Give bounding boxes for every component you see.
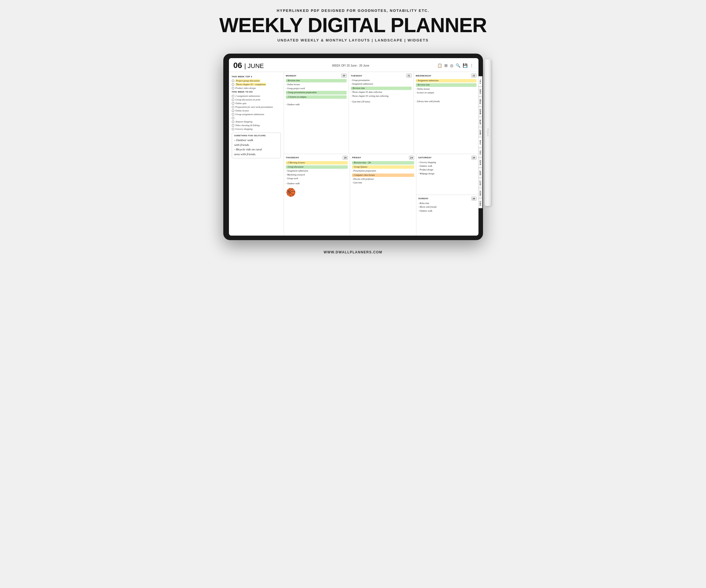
todo-item: Amazon shopping xyxy=(232,120,281,123)
wednesday-col: WEDNESDAY 22 - Assignment submission - R… xyxy=(414,72,478,154)
days-area: MONDAY 20 - Revision time - Online lectu… xyxy=(284,72,478,236)
tuesday-item: - Gym time (30 mins). xyxy=(351,100,411,103)
checkbox-circle[interactable] xyxy=(232,121,234,123)
friday-item: - Revision time - 2hr xyxy=(352,161,414,165)
sub-tagline: UNDATED WEEKLY & MONTHLY LAYOUTS | LANDS… xyxy=(277,38,429,42)
checkbox-circle[interactable] xyxy=(232,80,234,82)
checkbox-circle[interactable] xyxy=(232,110,234,112)
nav-tab-cal[interactable]: CAL xyxy=(478,76,482,86)
todo-item: Group assignment submission xyxy=(232,113,281,116)
monday-item: - Group presentation preparation xyxy=(286,91,347,94)
thursday-item: - Marketing research xyxy=(286,173,348,176)
thursday-col: THUSEDAY 25 - 2 Morning lectures - Group… xyxy=(284,154,350,236)
checkbox-circle[interactable] xyxy=(232,113,234,116)
thursday-item: - Outdoor walk xyxy=(286,182,348,185)
wednesday-item: - Assignment submission xyxy=(416,79,476,82)
tablet-screen: 06 | JUNE WEEK OF/ 20 June - 26 June 📋 ⊞… xyxy=(229,58,478,236)
checkbox-circle[interactable] xyxy=(232,102,234,105)
save-icon[interactable]: 💾 xyxy=(463,63,467,68)
nav-tab-may[interactable]: MAY xyxy=(478,127,482,137)
saturday-item: - Outdoor walk xyxy=(418,165,476,168)
nav-tab-dec[interactable]: DEC xyxy=(478,198,482,208)
search-icon[interactable]: 🔍 xyxy=(456,63,460,68)
apple-pencil xyxy=(485,59,491,206)
nav-tab-mar[interactable]: MAR xyxy=(478,107,482,117)
nav-tab-jun[interactable]: JUN xyxy=(478,137,482,147)
grid-icon[interactable]: ⊞ xyxy=(444,63,448,68)
sunday-header: SUNDAY 26 xyxy=(418,197,476,201)
thursday-item: - Group work xyxy=(286,177,348,180)
nav-tab-feb[interactable]: FEB xyxy=(478,96,482,107)
nav-tab-aug[interactable]: AUG xyxy=(478,158,482,168)
monday-item: - Online lecture xyxy=(286,83,347,86)
todo-item xyxy=(232,117,281,119)
sat-sun-col: SATURDAY 25 - Grocery shopping - Outdoor… xyxy=(417,154,478,236)
thursday-item: - 2 Morning lectures xyxy=(286,161,348,165)
sunday-item: - Relax time xyxy=(418,202,476,205)
tuesday-item: - Assignment submission xyxy=(351,83,411,85)
friday-item: - Group Quizzes xyxy=(352,165,414,169)
wednesday-item: - Library time with friends. xyxy=(416,100,476,103)
top3-item-1: Project group discussion xyxy=(232,79,281,82)
checkbox-circle[interactable] xyxy=(232,95,234,97)
instagram-icon[interactable]: ◎ xyxy=(450,63,454,68)
planner-date: 06 | JUNE xyxy=(233,61,264,70)
fun-title: SOMETHING FUN/ SELFCARE xyxy=(234,135,278,136)
nav-tab-oct[interactable]: OCT xyxy=(478,178,482,188)
todo-item: Preparation for next week presentation xyxy=(232,106,281,108)
menu-icon[interactable]: ⋮ xyxy=(470,63,474,68)
tuesday-item: - Group presentation xyxy=(351,79,411,82)
todo-title: ThIS WEEK To DO xyxy=(232,91,281,93)
checkbox-circle[interactable] xyxy=(232,106,234,108)
checkbox-circle[interactable] xyxy=(232,87,234,89)
monday-item: - Revision time xyxy=(286,79,347,82)
thursday-item: - Group discussion xyxy=(286,165,348,169)
left-sidebar: THIS WEEK TOP 3 Project group discussion… xyxy=(229,72,284,236)
tuesday-item: - Thesis chapter 01 writing last collect… xyxy=(351,95,411,98)
top-tagline: HYPERLINKED PDF DESIGNED FOR GOODNOTES, … xyxy=(277,8,429,13)
wednesday-item: - Revision time xyxy=(416,83,476,87)
todo-item: 2 assignment submissions xyxy=(232,94,281,97)
thursday-header: THUSEDAY 25 xyxy=(286,156,348,160)
checkbox-circle[interactable] xyxy=(232,83,234,86)
nav-tab-sep[interactable]: SEP xyxy=(478,168,482,178)
monday-item: - 2 lectures at campus. xyxy=(286,95,347,99)
days-bottom-row: THUSEDAY 25 - 2 Morning lectures - Group… xyxy=(284,154,478,236)
nav-tab-jan[interactable]: JAN xyxy=(478,86,482,96)
checkbox-circle[interactable] xyxy=(232,117,234,119)
friday-item: - Gym time xyxy=(352,181,414,184)
todo-item: Online lecture xyxy=(232,109,281,112)
nav-tab-apr[interactable]: APR xyxy=(478,117,482,127)
planner-body: THIS WEEK TOP 3 Project group discussion… xyxy=(229,72,478,236)
saturday-item: - Grocery shopping xyxy=(418,161,476,164)
tuesday-item: - Thesis chapter 01 data collection xyxy=(351,91,411,94)
days-top-row: MONDAY 20 - Revision time - Online lectu… xyxy=(284,72,478,154)
monday-item: - Group project work xyxy=(286,87,347,90)
tuesday-item: - Revision time xyxy=(351,87,411,90)
todo-item: Group discussion on print xyxy=(232,98,281,101)
nav-tab-jul[interactable]: JUL xyxy=(478,147,482,158)
main-title: WEEKLY DIGITAL PLANNER xyxy=(219,15,487,35)
checkbox-circle[interactable] xyxy=(232,128,234,130)
right-nav: CAL JAN FEB MAR APR MAY JUN JUL AUG SEP … xyxy=(478,76,482,208)
saturday-item: - Webpage design. xyxy=(418,172,476,175)
friday-col: FRIDAY 24 - Revision time - 2hr - Group … xyxy=(350,154,417,236)
fun-section: SOMETHING FUN/ SELFCARE - Outdoor walkwi… xyxy=(232,133,281,158)
top3-item-3: Product video design. xyxy=(232,87,281,89)
todo-item: Online quiz xyxy=(232,102,281,105)
note-icon[interactable]: 📋 xyxy=(437,63,442,68)
saturday-header: SATURDAY 25 xyxy=(418,156,476,160)
checkbox-circle[interactable] xyxy=(232,98,234,101)
month-num: 06 | JUNE xyxy=(233,61,264,70)
footer-url: WWW.DWALLPLANNERS.COM xyxy=(323,250,382,254)
sunday-item: - Movie with friends xyxy=(418,206,476,209)
monday-item: - Outdoor walk xyxy=(286,103,347,106)
wednesday-header: WEDNESDAY 22 xyxy=(416,74,476,78)
friday-header: FRIDAY 24 xyxy=(352,156,414,160)
todo-item: Grocery shopping xyxy=(232,128,281,130)
tablet-device: 06 | JUNE WEEK OF/ 20 June - 26 June 📋 ⊞… xyxy=(223,54,483,240)
checkbox-circle[interactable] xyxy=(232,124,234,127)
tuesday-header: TUESDAY 21 xyxy=(351,74,411,78)
nav-tab-nov[interactable]: NOV xyxy=(478,188,482,198)
saturday-item: - Product design xyxy=(418,168,476,171)
